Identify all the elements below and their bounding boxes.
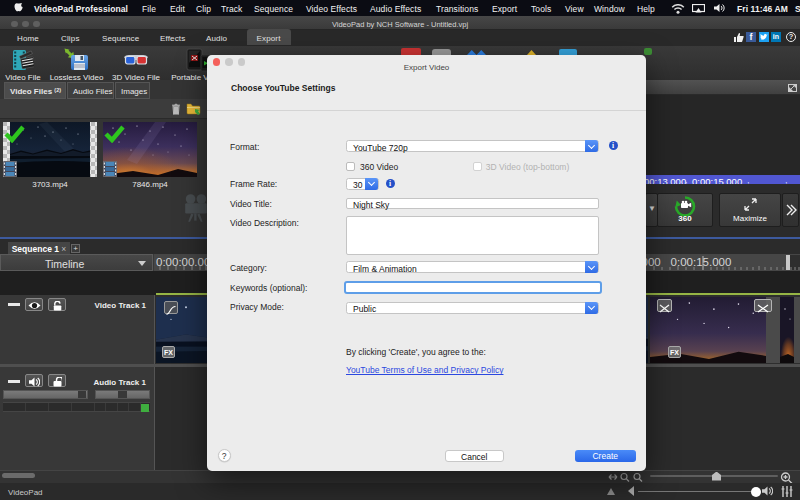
svg-text:0:00:15.000: 0:00:15.000 [671, 256, 732, 268]
